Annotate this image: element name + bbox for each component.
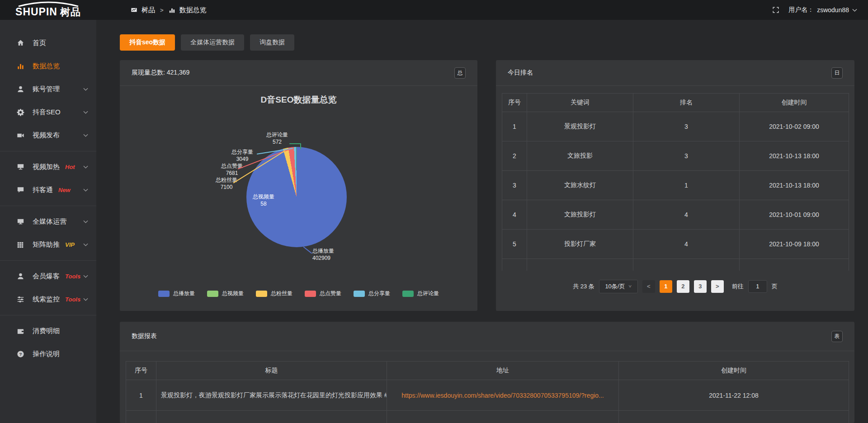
header-right: 用户名：zswodun88 xyxy=(772,6,857,14)
sidebar-item-label: 视频加热 xyxy=(33,163,60,171)
sidebar-item-expense-detail[interactable]: 消费明细 xyxy=(0,320,96,343)
breadcrumb: 树品 > 数据总览 xyxy=(131,6,207,14)
legend-item-fans[interactable]: 总粉丝量 xyxy=(256,290,292,297)
sidebar-item-account[interactable]: 账号管理 xyxy=(0,78,96,101)
sidebar-item-label: 抖音SEO xyxy=(33,108,61,117)
goto-page-input[interactable] xyxy=(748,280,767,293)
legend-swatch xyxy=(402,291,414,297)
badge-vip: VIP xyxy=(65,241,75,248)
sidebar-item-data-overview[interactable]: 数据总览 xyxy=(0,55,96,78)
sidebar-divider xyxy=(0,260,96,261)
sidebar-item-help[interactable]: ? 操作说明 xyxy=(0,343,96,366)
sidebar-item-home[interactable]: 首页 xyxy=(0,32,96,55)
sidebar-item-douketong[interactable]: 抖客通 New xyxy=(0,179,96,202)
chevron-down-icon xyxy=(83,188,88,192)
col-created: 创建时间 xyxy=(740,94,849,112)
logo-text-cn: 树品 xyxy=(60,6,81,18)
svg-text:?: ? xyxy=(19,352,22,357)
chevron-down-icon xyxy=(83,134,88,137)
sidebar-item-label: 账号管理 xyxy=(33,85,60,94)
grid-icon xyxy=(16,240,25,249)
report-row-url-link[interactable]: https://www.iesdouyin.com/share/video/70… xyxy=(387,380,619,411)
day-view-button[interactable]: 日 xyxy=(831,67,843,79)
pie-label-videos: 总视频量58 xyxy=(245,193,283,207)
breadcrumb-root[interactable]: 树品 xyxy=(142,6,155,14)
sidebar-item-video-publish[interactable]: 视频发布 xyxy=(0,124,96,147)
sidebar-divider xyxy=(0,206,96,206)
legend-swatch xyxy=(207,291,218,297)
user-menu[interactable]: 用户名：zswodun88 xyxy=(788,6,857,14)
pie-labelline-comments-v xyxy=(300,143,301,149)
tab-douyin-seo-data[interactable]: 抖音seo数据 xyxy=(120,34,175,51)
legend-item-likes[interactable]: 总点赞量 xyxy=(305,290,341,297)
legend-item-plays[interactable]: 总播放量 xyxy=(158,290,195,297)
logo[interactable]: SHUPIN树品 xyxy=(0,1,96,19)
sidebar-item-douyin-seo[interactable]: 抖音SEO xyxy=(0,101,96,124)
sidebar: 首页 数据总览 账号管理 抖音SEO 视频发布 视频加热 Hot xyxy=(0,20,96,423)
page-button-1[interactable]: 1 xyxy=(660,280,672,293)
legend-item-comments[interactable]: 总评论量 xyxy=(402,290,439,297)
pie-chart-area: D音SEO数据量总览 总评论量572 总分享量3049 总点赞量7681 xyxy=(120,86,477,310)
page-size-select[interactable]: 10条/页 > xyxy=(599,280,638,293)
sidebar-item-matrix-boost[interactable]: 矩阵助推 VIP xyxy=(0,233,96,256)
board-icon xyxy=(131,7,137,14)
user-icon xyxy=(16,85,25,94)
impressions-total: 展现量总数: 421,369 xyxy=(132,69,189,77)
page-button-3[interactable]: 3 xyxy=(694,280,707,293)
col-index: 序号 xyxy=(126,362,156,380)
sidebar-item-label: 抖客通 xyxy=(33,186,53,194)
sidebar-item-lead-monitor[interactable]: 线索监控 Tools xyxy=(0,288,96,311)
prev-page-button[interactable]: < xyxy=(642,280,655,293)
tab-media-ops-data[interactable]: 全媒体运营数据 xyxy=(181,34,244,51)
chevron-down-icon xyxy=(83,165,88,169)
sidebar-item-member-burst[interactable]: 会员爆客 Tools xyxy=(0,265,96,288)
breadcrumb-current: 数据总览 xyxy=(179,6,207,14)
pie-label-shares: 总分享量3049 xyxy=(223,148,261,163)
sliders-icon xyxy=(16,295,25,304)
table-row: 3文旅水纹灯12021-10-13 18:00 xyxy=(502,171,849,200)
sidebar-item-video-heat[interactable]: 视频加热 Hot xyxy=(0,155,96,179)
legend-item-videos[interactable]: 总视频量 xyxy=(207,290,244,297)
tab-inquiry-data[interactable]: 询盘数据 xyxy=(250,34,294,51)
col-url: 地址 xyxy=(387,362,619,380)
badge-tools: Tools xyxy=(65,273,80,280)
ranking-panel: 今日排名 日 序号 关键词 排名 创建时间 xyxy=(496,60,854,311)
logo-text-en: SHUPIN xyxy=(15,6,57,18)
total-view-button[interactable]: 总 xyxy=(454,67,466,79)
question-icon: ? xyxy=(16,350,25,359)
page-button-2[interactable]: 2 xyxy=(677,280,689,293)
pie-label-plays: 总播放量402909 xyxy=(306,247,347,262)
col-rank: 排名 xyxy=(633,94,740,112)
tab-bar: 抖音seo数据 全媒体运营数据 询盘数据 xyxy=(120,34,854,51)
breadcrumb-separator: > xyxy=(160,7,164,14)
legend-item-shares[interactable]: 总分享量 xyxy=(354,290,390,297)
impressions-label: 展现量总数: xyxy=(132,69,165,76)
chevron-down-icon xyxy=(83,275,88,278)
sidebar-item-label: 消费明细 xyxy=(33,327,60,335)
chevron-down-icon xyxy=(852,9,857,12)
report-row-time: 2021-11-22 12:08 xyxy=(619,380,849,411)
ranking-panel-header: 今日排名 日 xyxy=(496,60,854,86)
fullscreen-icon[interactable] xyxy=(772,6,779,14)
sidebar-item-label: 全媒体运营 xyxy=(33,217,66,226)
legend-swatch xyxy=(158,291,170,297)
badge-hot: Hot xyxy=(65,164,75,170)
table-row-empty xyxy=(502,259,849,271)
pie-labelline-comments xyxy=(289,143,301,144)
chevron-down-icon xyxy=(83,88,88,91)
person-icon xyxy=(16,272,25,281)
legend-swatch xyxy=(305,291,316,297)
chart-panel: 展现量总数: 421,369 总 D音SEO数据量总览 总评论量572 总分享量… xyxy=(120,60,477,311)
home-icon xyxy=(16,39,25,48)
screen-icon xyxy=(16,163,25,172)
goto-unit: 页 xyxy=(772,282,778,291)
sidebar-item-label: 会员爆客 xyxy=(33,272,60,281)
chart-title: D音SEO数据量总览 xyxy=(120,94,477,106)
table-view-button[interactable]: 表 xyxy=(831,331,843,342)
table-row: 1 景观投影灯，夜游景观投影灯厂家展示展示落花灯在花园里的灯光投影应用效果 # … xyxy=(126,380,849,411)
top-header: SHUPIN树品 树品 > 数据总览 用户名：zswodun88 xyxy=(0,0,868,20)
sidebar-divider xyxy=(0,151,96,151)
sidebar-item-media-ops[interactable]: 全媒体运营 xyxy=(0,210,96,233)
next-page-button[interactable]: > xyxy=(711,280,724,293)
chevron-down-icon xyxy=(83,243,88,246)
